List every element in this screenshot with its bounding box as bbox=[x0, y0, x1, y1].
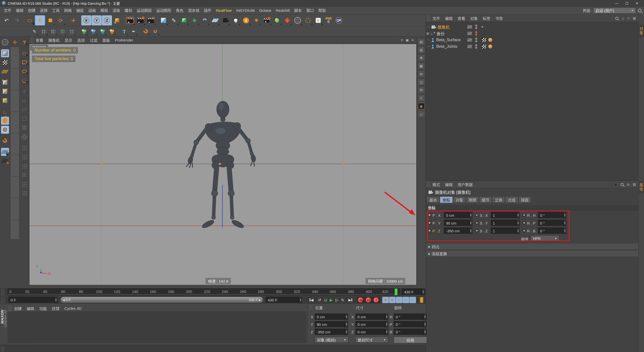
vp-move-icon[interactable]: ✛ bbox=[400, 38, 403, 42]
camera-target-tag[interactable]: ⌖ bbox=[481, 25, 484, 29]
vp-menu-prorender[interactable]: ProRender bbox=[112, 38, 136, 42]
object-name[interactable]: Beta_Surface bbox=[436, 38, 461, 42]
lock-y-axis-button[interactable]: Y bbox=[92, 15, 102, 25]
qr-button[interactable]: QR bbox=[334, 15, 344, 25]
sky-button[interactable]: S bbox=[241, 15, 251, 25]
menu-mesh[interactable]: 网格 bbox=[62, 7, 74, 15]
visibility-dots[interactable] bbox=[475, 37, 477, 42]
om-menu-tag[interactable]: 标签 bbox=[480, 16, 493, 21]
palette-icon-6[interactable]: ◫ bbox=[418, 79, 425, 85]
add-cube-button[interactable] bbox=[158, 15, 169, 25]
snap-settings[interactable] bbox=[151, 27, 159, 36]
floor-button[interactable] bbox=[210, 15, 220, 25]
phong-tag[interactable] bbox=[488, 38, 492, 42]
tab-coordinates[interactable]: 坐标 bbox=[440, 197, 453, 203]
drag-handle[interactable] bbox=[1, 346, 5, 351]
dynamics-button[interactable]: ↓ bbox=[282, 15, 292, 25]
om-menu-edit[interactable]: 编辑 bbox=[442, 16, 455, 21]
points-mode-button[interactable] bbox=[1, 78, 9, 86]
rb-spinner[interactable]: ▲▼ bbox=[563, 228, 567, 234]
minimize-button[interactable]: — bbox=[612, 1, 622, 6]
am-pin-icon[interactable]: ▲ bbox=[614, 183, 617, 186]
object-row-beta-surface[interactable]: Beta_Surface bbox=[427, 37, 639, 43]
freeze-transform-section[interactable]: ▸冻结变换 bbox=[426, 251, 638, 257]
end-frame-spinner[interactable]: ▲▼ bbox=[422, 289, 425, 295]
pos-x-field[interactable]: 0 cm bbox=[315, 314, 345, 320]
size-y-spinner[interactable]: ▲▼ bbox=[385, 321, 388, 328]
goto-start-button[interactable]: ◀ bbox=[308, 297, 315, 303]
rot-h-spinner[interactable]: ▲▼ bbox=[423, 314, 427, 320]
palette-dots-4[interactable] bbox=[67, 27, 76, 36]
total-frames-spinner[interactable]: ▲▼ bbox=[299, 297, 302, 303]
goto-prev-key-button[interactable]: ↺ bbox=[317, 297, 322, 303]
record-keyframe-button[interactable] bbox=[357, 297, 364, 303]
keyframe-dot-py[interactable] bbox=[428, 221, 431, 225]
rectangle-selection-button[interactable]: ➤ bbox=[20, 58, 28, 66]
om-menu-object[interactable]: 对象 bbox=[468, 16, 480, 21]
align-workplane-button[interactable]: ↻ bbox=[1, 157, 9, 165]
lock-x-axis-button[interactable]: X bbox=[81, 15, 91, 25]
object-name[interactable]: 备份 bbox=[436, 30, 445, 36]
live-selection-side-button[interactable]: ⬭➤ bbox=[20, 49, 28, 57]
am-menu-userdata[interactable]: 用户数据 bbox=[455, 182, 475, 187]
keyframe-dot-px[interactable] bbox=[428, 213, 431, 217]
drag-handle[interactable] bbox=[308, 304, 312, 310]
text-tool[interactable]: T bbox=[120, 27, 129, 36]
menu-edit[interactable]: 编辑 bbox=[14, 7, 26, 15]
menu-animate[interactable]: 动画 bbox=[86, 7, 98, 15]
model-mode-button[interactable] bbox=[1, 49, 9, 57]
maximize-button[interactable] bbox=[622, 1, 632, 6]
live-selection-tool[interactable]: ⬭➤ bbox=[25, 15, 35, 25]
mat-menu-function[interactable]: 功能 bbox=[37, 306, 49, 311]
texture-mode-button[interactable] bbox=[1, 58, 9, 66]
vp-menu-options[interactable]: 选项 bbox=[75, 37, 87, 43]
emitter-button[interactable]: ✺ bbox=[251, 15, 261, 25]
help-tool-button[interactable]: ?➤ bbox=[20, 38, 28, 46]
modeling-cluster-green[interactable] bbox=[80, 27, 88, 36]
object-name[interactable]: Beta_Joints bbox=[436, 44, 457, 49]
palette-icon-1[interactable]: ▤ bbox=[418, 38, 425, 45]
drag-handle[interactable] bbox=[426, 181, 430, 188]
layer-toggle[interactable] bbox=[467, 31, 472, 35]
bend-deformer-button[interactable] bbox=[200, 15, 210, 25]
rotate-tool[interactable]: ⟳ bbox=[56, 15, 66, 25]
am-search-icon[interactable] bbox=[621, 183, 624, 186]
modeling-cluster-orange[interactable] bbox=[108, 27, 116, 36]
order-dropdown[interactable]: HPR ▼ bbox=[531, 235, 559, 241]
pz-spinner[interactable]: ▲▼ bbox=[469, 228, 472, 234]
drag-handle[interactable] bbox=[8, 305, 12, 312]
sx-field[interactable]: 1 bbox=[491, 212, 516, 218]
character-button[interactable] bbox=[272, 15, 282, 25]
phong-tag[interactable] bbox=[488, 45, 492, 49]
om-search-icon[interactable] bbox=[615, 17, 618, 20]
layer-toggle[interactable] bbox=[467, 25, 472, 29]
mat-menu-cycles[interactable]: Cycles 4D bbox=[62, 306, 84, 311]
texture-tag[interactable] bbox=[482, 38, 486, 42]
py-field[interactable]: 90 cm bbox=[444, 220, 469, 226]
scale-tool[interactable] bbox=[45, 15, 55, 25]
vp-menu-view[interactable]: 查看 bbox=[33, 37, 46, 43]
spline-sketch-tool[interactable]: ✎ bbox=[30, 27, 39, 36]
record-parameter-toggle[interactable]: Ⓟ bbox=[403, 297, 409, 303]
px-spinner[interactable]: ▲▼ bbox=[469, 212, 472, 218]
pos-z-spinner[interactable]: ▲▼ bbox=[345, 329, 348, 335]
modeling-cluster-blue[interactable] bbox=[89, 27, 98, 36]
vp-maximize-icon[interactable]: ▣ bbox=[406, 38, 409, 42]
palette-dots-2[interactable] bbox=[49, 27, 57, 36]
pos-x-spinner[interactable]: ▲▼ bbox=[345, 314, 348, 320]
menu-window[interactable]: 窗口 bbox=[304, 7, 316, 15]
frame-range-slider[interactable]: ◀0 F 430 F▶ bbox=[60, 297, 263, 303]
sphere-wire-button[interactable] bbox=[293, 15, 303, 25]
sz-spinner[interactable]: ▲▼ bbox=[516, 228, 520, 234]
palette-icon-5[interactable]: ≣ bbox=[418, 71, 425, 77]
drag-handle[interactable] bbox=[1, 297, 5, 303]
menu-help[interactable]: 帮助 bbox=[316, 7, 328, 15]
record-position-toggle[interactable]: ✚ bbox=[382, 297, 389, 303]
lock-z-axis-button[interactable]: Z bbox=[102, 15, 112, 25]
om-eye-icon[interactable]: ⬭ bbox=[627, 16, 630, 20]
drag-handle[interactable] bbox=[1, 289, 5, 295]
rb-field[interactable]: 0 ° bbox=[538, 228, 563, 234]
visibility-dots[interactable] bbox=[475, 31, 477, 36]
rh-field[interactable]: 0 ° bbox=[538, 212, 563, 218]
undo-button[interactable]: ↶ bbox=[2, 15, 12, 25]
